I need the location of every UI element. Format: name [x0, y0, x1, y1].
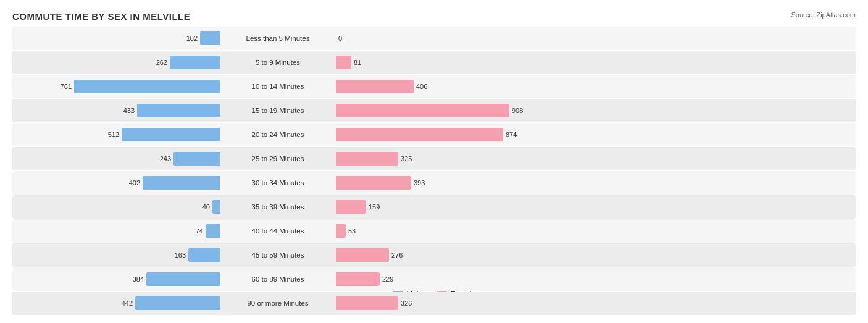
- row-label: 90 or more Minutes: [222, 300, 333, 307]
- row-label: 10 to 14 Minutes: [222, 83, 333, 90]
- female-bar: [336, 272, 380, 286]
- right-bar-container: 81: [333, 56, 543, 69]
- row-label: 20 to 24 Minutes: [222, 131, 333, 138]
- right-bar-container: 0: [333, 31, 543, 45]
- table-row: 262 5 to 9 Minutes 81: [12, 51, 856, 74]
- female-value: 0: [338, 35, 357, 42]
- table-row: 40 35 to 39 Minutes 159: [12, 195, 856, 219]
- right-bar-container: 229: [333, 272, 543, 286]
- male-bar: [143, 176, 220, 190]
- chart-area: 102 Less than 5 Minutes 0 262 5 to 9 Min…: [12, 27, 856, 277]
- female-bar: [336, 152, 398, 166]
- female-value: 406: [416, 83, 435, 90]
- female-value: 53: [348, 227, 367, 235]
- right-bar-container: 326: [333, 296, 543, 310]
- row-label: 35 to 39 Minutes: [222, 203, 333, 211]
- row-label: 25 to 29 Minutes: [222, 155, 333, 162]
- row-label: Less than 5 Minutes: [222, 35, 333, 42]
- right-bar-container: 276: [333, 248, 543, 262]
- male-bar: [74, 80, 220, 93]
- male-value: 74: [185, 227, 203, 235]
- male-value: 512: [101, 131, 119, 138]
- table-row: 442 90 or more Minutes 326: [12, 292, 856, 315]
- table-row: 433 15 to 19 Minutes 908: [12, 99, 856, 122]
- male-bar: [188, 248, 220, 262]
- left-bar-container: 442: [12, 296, 222, 310]
- left-bar-container: 384: [12, 272, 222, 286]
- row-label: 15 to 19 Minutes: [222, 107, 333, 114]
- male-bar: [173, 152, 220, 166]
- row-label: 5 to 9 Minutes: [222, 59, 333, 66]
- female-bar: [336, 248, 389, 262]
- female-bar: [336, 56, 351, 69]
- table-row: 163 45 to 59 Minutes 276: [12, 243, 856, 267]
- male-bar: [146, 272, 220, 286]
- chart-title: COMMUTE TIME BY SEX IN MELVILLE: [12, 11, 856, 22]
- row-label: 30 to 34 Minutes: [222, 179, 333, 187]
- male-bar: [206, 224, 220, 238]
- female-value: 325: [401, 155, 419, 162]
- male-value: 433: [116, 107, 135, 114]
- table-row: 102 Less than 5 Minutes 0: [12, 27, 856, 50]
- female-value: 229: [382, 275, 401, 283]
- row-label: 40 to 44 Minutes: [222, 227, 333, 235]
- left-bar-container: 74: [12, 224, 222, 238]
- right-bar-container: 393: [333, 176, 543, 190]
- male-value: 262: [149, 59, 167, 66]
- female-bar: [336, 104, 509, 117]
- left-bar-container: 102: [12, 31, 222, 45]
- chart-container: COMMUTE TIME BY SEX IN MELVILLE Source: …: [0, 0, 868, 323]
- male-bar: [212, 200, 220, 214]
- male-bar: [122, 128, 220, 141]
- male-value: 163: [167, 251, 186, 259]
- left-bar-container: 40: [12, 200, 222, 214]
- male-value: 243: [152, 155, 171, 162]
- row-label: 60 to 89 Minutes: [222, 275, 333, 283]
- right-bar-container: 325: [333, 152, 543, 166]
- male-value: 102: [179, 35, 198, 42]
- male-value: 384: [125, 275, 144, 283]
- male-bar: [200, 31, 220, 45]
- table-row: 74 40 to 44 Minutes 53: [12, 219, 856, 243]
- table-row: 243 25 to 29 Minutes 325: [12, 147, 856, 170]
- source-label: Source: ZipAtlas.com: [791, 11, 856, 19]
- female-bar: [336, 296, 398, 310]
- right-bar-container: 159: [333, 200, 543, 214]
- female-value: 874: [506, 131, 524, 138]
- table-row: 761 10 to 14 Minutes 406: [12, 75, 856, 98]
- male-value: 402: [122, 179, 140, 187]
- table-row: 512 20 to 24 Minutes 874: [12, 123, 856, 146]
- left-bar-container: 512: [12, 128, 222, 141]
- female-value: 326: [401, 300, 419, 307]
- left-bar-container: 163: [12, 248, 222, 262]
- female-bar: [336, 176, 411, 190]
- row-label: 45 to 59 Minutes: [222, 251, 333, 259]
- left-bar-container: 243: [12, 152, 222, 166]
- right-bar-container: 406: [333, 80, 543, 93]
- female-bar: [336, 128, 503, 141]
- right-bar-container: 53: [333, 224, 543, 238]
- left-bar-container: 262: [12, 56, 222, 69]
- male-value: 761: [53, 83, 72, 90]
- female-bar: [336, 200, 366, 214]
- male-value: 40: [191, 203, 210, 211]
- table-row: 384 60 to 89 Minutes 229: [12, 267, 856, 291]
- right-bar-container: 874: [333, 128, 543, 141]
- table-row: 402 30 to 34 Minutes 393: [12, 171, 856, 195]
- male-bar: [170, 56, 220, 69]
- female-value: 908: [512, 107, 530, 114]
- female-value: 276: [391, 251, 410, 259]
- left-bar-container: 433: [12, 104, 222, 117]
- female-value: 159: [369, 203, 387, 211]
- left-bar-container: 761: [12, 80, 222, 93]
- female-bar: [336, 80, 414, 93]
- male-bar: [135, 296, 220, 310]
- male-value: 442: [114, 300, 133, 307]
- left-bar-container: 402: [12, 176, 222, 190]
- female-value: 393: [414, 179, 432, 187]
- female-bar: [336, 224, 346, 238]
- female-value: 81: [354, 59, 372, 66]
- right-bar-container: 908: [333, 104, 543, 117]
- male-bar: [137, 104, 220, 117]
